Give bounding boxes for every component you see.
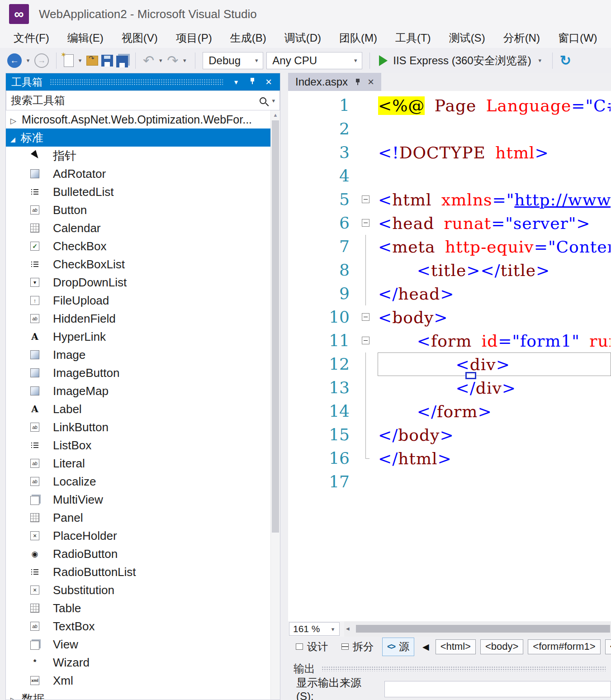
scrollbar-thumb[interactable] [356,625,610,633]
close-icon[interactable] [263,76,275,88]
toolbox-item[interactable]: ◉RadioButton [6,545,280,563]
chevron-down-icon[interactable] [25,57,31,64]
toolbox-item[interactable]: Image [6,346,280,364]
chevron-down-icon[interactable] [181,57,188,64]
new-file-button[interactable] [64,54,74,67]
toolbox-item[interactable]: CheckBoxList [6,255,280,273]
toolbox-item[interactable]: RadioButtonList [6,563,280,581]
menu-item[interactable]: 调试(D) [275,28,330,48]
menu-item[interactable]: 项目(P) [167,28,221,48]
toolbox-item[interactable]: ✓CheckBox [6,237,280,255]
toolbox-item[interactable]: AHyperLink [6,328,280,346]
toolbox-item[interactable]: Calendar [6,219,280,237]
zoom-select[interactable]: 161 % [289,622,340,636]
debug-config-select[interactable]: Debug [203,52,263,69]
menu-item[interactable]: 分析(N) [494,28,549,48]
menu-item[interactable]: 文件(F) [5,28,58,48]
split-view-button[interactable]: 拆分 [336,638,379,656]
toolbox-item[interactable]: ▾DropDownList [6,273,280,291]
code-line[interactable]: 1<%@ Page Language="C#" AutoEv [288,94,611,117]
collapse-box-icon[interactable] [362,313,369,321]
code-line[interactable]: 2 [288,117,611,141]
toolbox-item[interactable]: ↑FileUpload [6,291,280,310]
toolbox-item[interactable]: View [6,635,280,653]
code-line[interactable]: 10<body> [288,305,611,329]
menu-item[interactable]: 窗口(W) [549,28,606,48]
toolbox-item[interactable]: ×Substitution [6,581,280,599]
collapsed-arrow-icon[interactable] [10,692,16,700]
toolbox-item[interactable]: abTextBox [6,617,280,635]
run-button[interactable]: IIS Express (360安全浏览器) [377,53,545,68]
menu-item[interactable]: 团队(M) [330,28,386,48]
save-all-button[interactable] [116,56,128,67]
output-source-select[interactable] [384,681,611,697]
pin-icon[interactable] [246,77,258,86]
toolbox-item[interactable]: ALabel [6,400,280,418]
toolbox-item[interactable]: Panel [6,509,280,527]
toolbox-item[interactable]: Table [6,599,280,617]
toolbox-group-optimization[interactable]: Microsoft.AspNet.Web.Optimization.WebFor… [6,110,280,129]
platform-select[interactable]: Any CPU [266,52,362,69]
design-view-button[interactable]: 设计 [291,638,333,656]
chevron-down-icon[interactable] [77,57,83,64]
chevron-down-icon[interactable] [157,57,164,64]
add-item-button[interactable] [86,56,98,66]
tab-index-aspx[interactable]: Index.aspx [288,73,381,91]
expanded-arrow-icon[interactable] [10,131,15,144]
menu-item[interactable]: 生成(B) [221,28,275,48]
source-view-button[interactable]: 源 [382,638,414,656]
code-line[interactable]: 12 <div> [288,352,611,376]
toolbox-item[interactable]: abLiteral [6,454,280,472]
code-line[interactable]: 9</head> [288,282,611,305]
code-line[interactable]: 7<meta http-equiv="Content- [288,235,611,258]
toolbox-item[interactable]: ImageButton [6,364,280,382]
menu-item[interactable]: 测试(S) [440,28,494,48]
chevron-down-icon[interactable] [272,97,275,104]
breadcrumb-tag[interactable]: <div> [605,639,611,654]
code-line[interactable]: 17 [288,470,611,494]
toolbox-item[interactable]: abButton [6,201,280,219]
search-input[interactable] [6,94,260,107]
code-line[interactable]: 5<html xmlns="http://www.w3 [288,188,611,211]
toolbox-group-data[interactable]: 数据 [6,690,280,700]
menu-item[interactable]: 视图(V) [113,28,167,48]
collapse-box-icon[interactable] [362,219,369,227]
code-line[interactable]: 3<!DOCTYPE html> [288,141,611,164]
code-line[interactable]: 11 <form id="form1" runat= [288,329,611,352]
breadcrumb-tag[interactable]: <body> [480,639,523,654]
toolbox-item[interactable]: xmlXml [6,671,280,690]
forward-button[interactable] [34,53,49,68]
toolbox-item[interactable]: abLinkButton [6,418,280,436]
back-button[interactable] [7,53,22,68]
chevron-down-icon[interactable] [537,57,543,64]
toolbox-item[interactable]: abHiddenField [6,310,280,328]
refresh-icon[interactable] [560,52,571,68]
toolbox-item[interactable]: abLocalize [6,472,280,490]
menu-item[interactable]: 编辑(E) [58,28,113,48]
collapsed-arrow-icon[interactable] [10,113,16,126]
save-button[interactable] [101,55,113,67]
toolbox-item[interactable]: ListBox [6,436,280,454]
code-line[interactable]: 6<head runat="server"> [288,211,611,235]
toolbox-scrollbar[interactable] [270,110,280,700]
code-line[interactable]: 13 </div> [288,376,611,400]
toolbox-item[interactable]: ImageMap [6,382,280,400]
menu-item[interactable]: 工具(T) [386,28,440,48]
redo-button[interactable] [167,54,178,67]
code-editor[interactable]: 1<%@ Page Language="C#" AutoEv23<!DOCTYP… [288,91,611,621]
toolbox-header[interactable]: 工具箱 [6,73,280,90]
scrollbar-thumb[interactable] [272,120,279,533]
toolbox-item[interactable]: ×PlaceHolder [6,527,280,545]
code-line[interactable]: 16</html> [288,447,611,470]
undo-button[interactable] [143,54,154,67]
toolbox-item[interactable]: AdRotator [6,165,280,183]
scroll-up-icon[interactable] [271,110,280,119]
toolbox-item[interactable]: BulletedList [6,183,280,201]
code-line[interactable]: 4 [288,164,611,188]
code-line[interactable]: 8 <title></title> [288,258,611,282]
toolbox-item[interactable]: 指针 [6,147,280,165]
collapse-box-icon[interactable] [362,195,369,203]
code-line[interactable]: 14 </form> [288,400,611,423]
scroll-left-icon[interactable] [346,624,350,633]
code-line[interactable]: 15</body> [288,423,611,447]
